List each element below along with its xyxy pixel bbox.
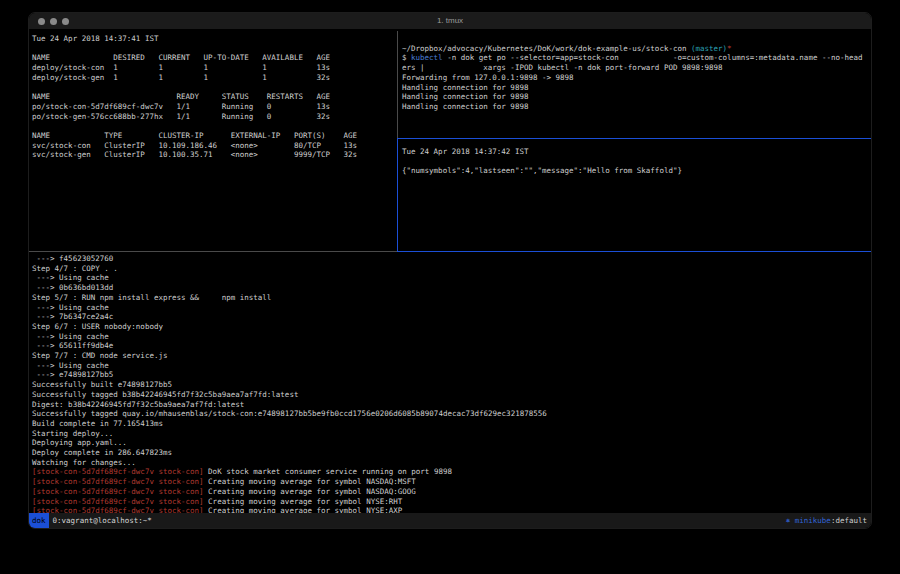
pane-kubectl-resources[interactable]: Tue 24 Apr 2018 14:37:41 IST NAME DESIRE… [29,31,397,251]
terminal-line: NAME DESIRED CURRENT UP-TO-DATE AVAILABL… [32,53,397,63]
terminal-line: Step 6/7 : USER nobody:nobody [32,322,872,332]
pane-divider-right-active[interactable] [398,138,872,139]
terminal-line: svc/stock-con ClusterIP 10.109.186.46 <n… [32,141,397,151]
terminal-line: ---> 65611ff9db4e [32,341,872,351]
pane-divider-vertical-active[interactable] [397,138,398,252]
terminal-line: po/stock-gen-576cc688bb-277hx 1/1 Runnin… [32,112,397,122]
terminal-line: Step 7/7 : CMD node service.js [32,351,872,361]
terminal-line: ---> Using cache [32,303,872,313]
terminal-line [402,34,872,44]
pane-skaffold-log[interactable]: ---> f45623052760Step 4/7 : COPY . . ---… [29,252,872,515]
pane-service-response[interactable]: Tue 24 Apr 2018 14:37:42 IST {"numsymbol… [399,139,872,251]
terminal-line: Successfully built e74898127bb5 [32,380,872,390]
terminal-line: [stock-con-5d7df689cf-dwc7v stock-con] C… [32,497,872,507]
terminal-line: [stock-con-5d7df689cf-dwc7v stock-con] D… [32,467,872,477]
terminal-line [32,83,397,93]
pane-divider-left-inactive[interactable] [29,251,397,252]
terminal-line: NAME TYPE CLUSTER-IP EXTERNAL-IP PORT(S)… [32,131,397,141]
window-titlebar[interactable]: 1. tmux [29,13,871,30]
terminal-line: deploy/stock-con 1 1 1 1 13s [32,63,397,73]
terminal-line: ---> Using cache [32,361,872,371]
terminal-line: NAME READY STATUS RESTARTS AGE [32,92,397,102]
terminal-window: 1. tmux Tue 24 Apr 2018 14:37:41 IST NAM… [28,12,872,529]
close-button[interactable] [38,18,45,25]
terminal-line: po/stock-con-5d7df689cf-dwc7v 1/1 Runnin… [32,102,397,112]
kube-namespace-label: :default [831,516,867,525]
terminal-line: ---> 0b636bd013dd [32,283,872,293]
tmux-session-badge: dok [29,513,49,528]
terminal-line: Deploy complete in 286.647823ms [32,448,872,458]
traffic-lights [38,18,69,25]
terminal-line: deploy/stock-gen 1 1 1 1 32s [32,73,397,83]
terminal-line: ers | xargs -IPOD kubectl -n dok port-fo… [402,63,872,73]
terminal-line: Step 4/7 : COPY . . [32,264,872,274]
terminal-line: Tue 24 Apr 2018 14:37:41 IST [32,34,397,44]
terminal-line: ~/Dropbox/advocacy/Kubernetes/DoK/work/d… [402,44,872,54]
terminal-line: Successfully tagged quay.io/mhausenblas/… [32,409,872,419]
terminal-line: [stock-con-5d7df689cf-dwc7v stock-con] C… [32,477,872,487]
terminal-line [32,44,397,54]
pane-port-forward[interactable]: ~/Dropbox/advocacy/Kubernetes/DoK/work/d… [399,31,872,138]
tmux-status-bar: dok 0:vagrant@localhost:~* ⎈ minikube:de… [29,513,871,528]
pane-divider-vertical-inactive[interactable] [397,31,398,138]
terminal-line: ---> f45623052760 [32,254,872,264]
terminal-line: Digest: b38b42246945fd7f32c5ba9aea7af7fd… [32,400,872,410]
terminal-line: ---> Using cache [32,332,872,342]
terminal-line: svc/stock-gen ClusterIP 10.100.35.71 <no… [32,150,397,160]
terminal-line: ---> e74898127bb5 [32,370,872,380]
terminal-line: Handling connection for 9898 [402,83,872,93]
terminal-line: Starting deploy... [32,429,872,439]
terminal-line: Tue 24 Apr 2018 14:37:42 IST [402,147,872,157]
terminal-line: [stock-con-5d7df689cf-dwc7v stock-con] C… [32,487,872,497]
tmux-window-label[interactable]: 0:vagrant@localhost:~* [53,516,152,525]
terminal-line: Build complete in 77.165413ms [32,419,872,429]
terminal-line: ---> 7b6347ce2a4c [32,312,872,322]
tmux-session: Tue 24 Apr 2018 14:37:41 IST NAME DESIRE… [29,31,871,513]
window-title: 1. tmux [29,13,871,29]
terminal-line: Handling connection for 9898 [402,102,872,112]
maximize-button[interactable] [62,18,69,25]
terminal-line: Handling connection for 9898 [402,92,872,102]
terminal-line: $ kubectl -n dok get po --selector=app=s… [402,53,872,63]
pane-divider-bottom-active[interactable] [397,251,872,252]
terminal-line: Forwarding from 127.0.0.1:9898 -> 9898 [402,73,872,83]
terminal-line: Deploying app.yaml... [32,438,872,448]
terminal-line: Successfully tagged b38b42246945fd7f32c5… [32,390,872,400]
terminal-line: Watching for changes... [32,458,872,468]
terminal-line: ---> Using cache [32,273,872,283]
terminal-line [402,157,872,167]
terminal-line: Step 5/7 : RUN npm install express && np… [32,293,872,303]
minimize-button[interactable] [50,18,57,25]
terminal-line [32,121,397,131]
kube-context-label: minikube [790,516,831,525]
tmux-status-right: ⎈ minikube:default [786,516,867,525]
terminal-line: {"numsymbols":4,"lastseen":"","message":… [402,166,872,176]
